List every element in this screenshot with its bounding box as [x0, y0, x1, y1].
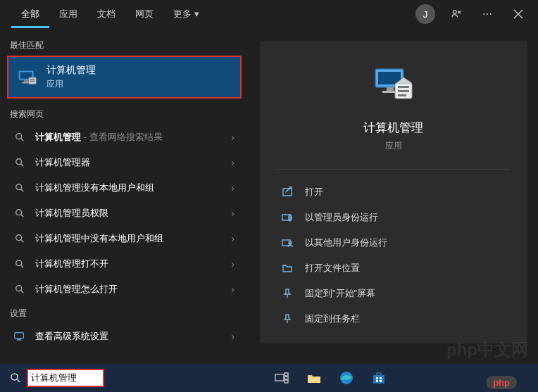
options-icon[interactable]: ⋯ [473, 0, 501, 28]
svg-point-8 [16, 134, 22, 139]
svg-rect-38 [376, 377, 378, 379]
action-open-location[interactable]: 打开文件位置 [277, 255, 510, 281]
tab-web[interactable]: 网页 [125, 1, 163, 28]
chevron-right-icon: › [231, 331, 234, 342]
svg-point-12 [16, 235, 22, 241]
action-label: 固定到"开始"屏幕 [305, 287, 375, 300]
svg-rect-32 [284, 373, 288, 376]
web-result-label: 计算机管理器 [35, 156, 221, 169]
folder-icon [281, 262, 294, 274]
chevron-right-icon: › [231, 284, 234, 295]
user-avatar[interactable]: J [415, 4, 435, 24]
action-run-other-user[interactable]: 以其他用户身份运行 [277, 230, 510, 255]
web-result-1[interactable]: 计算机管理器 › [7, 150, 242, 175]
close-icon[interactable] [504, 0, 532, 28]
web-result-6[interactable]: 计算机管理怎么打开 › [7, 277, 242, 302]
svg-rect-41 [380, 380, 382, 382]
tab-documents[interactable]: 文档 [87, 1, 125, 28]
preview-pane: 计算机管理 应用 打开 以管理员身份运行 以其他用户身份运行 [249, 28, 538, 364]
search-icon [14, 132, 25, 143]
best-match-subtitle: 应用 [46, 78, 96, 90]
best-match-title: 计算机管理 [46, 64, 96, 77]
svg-rect-39 [380, 377, 382, 379]
svg-point-11 [16, 210, 22, 215]
taskbar-app-edge[interactable] [331, 364, 362, 392]
web-result-0[interactable]: 计算机管理 - 查看网络搜索结果 › [7, 125, 242, 150]
svg-point-0 [453, 11, 456, 14]
watermark-badge: php [486, 376, 517, 389]
web-result-label: 计算机管理没有本地用户和组 [35, 182, 221, 194]
section-best-match: 最佳匹配 [7, 34, 242, 56]
tab-more[interactable]: 更多 ▾ [163, 1, 209, 28]
taskbar [0, 364, 538, 392]
svg-rect-7 [30, 80, 35, 81]
svg-rect-20 [387, 87, 394, 91]
chevron-right-icon: › [231, 233, 234, 244]
svg-rect-15 [15, 333, 23, 339]
action-label: 以其他用户身份运行 [305, 236, 387, 249]
taskbar-app-taskview[interactable] [266, 364, 297, 392]
watermark-text: php中文网 [446, 339, 528, 361]
tab-apps[interactable]: 应用 [49, 1, 87, 28]
svg-rect-16 [17, 339, 20, 340]
svg-rect-37 [373, 375, 384, 384]
svg-point-13 [16, 260, 22, 266]
preview-actions: 打开 以管理员身份运行 以其他用户身份运行 打开文件位置 固定到"开始"屏幕 [277, 170, 510, 331]
web-result-3[interactable]: 计算机管理员权限 › [7, 201, 242, 226]
svg-rect-31 [275, 374, 284, 381]
chevron-right-icon: › [231, 208, 234, 219]
web-result-5[interactable]: 计算机管理打不开 › [7, 251, 242, 277]
open-icon [281, 186, 294, 198]
web-result-label: 计算机管理打不开 [35, 258, 221, 270]
search-icon [14, 157, 25, 168]
computer-management-icon-large [371, 62, 416, 107]
taskbar-search-icon[interactable] [4, 364, 27, 392]
web-result-label: 计算机管理中没有本地用户和组 [35, 232, 221, 245]
action-pin-start[interactable]: 固定到"开始"屏幕 [277, 281, 510, 306]
user-run-icon [281, 236, 294, 249]
web-result-label: 计算机管理怎么打开 [35, 283, 221, 296]
action-label: 以管理员身份运行 [305, 211, 378, 224]
svg-rect-25 [398, 94, 406, 96]
search-icon [14, 233, 25, 244]
chevron-right-icon: › [231, 132, 234, 143]
preview-title: 计算机管理 [363, 120, 423, 136]
monitor-icon [14, 331, 25, 342]
tab-all[interactable]: 全部 [11, 1, 49, 28]
section-settings: 设置 [7, 302, 242, 324]
svg-rect-3 [24, 80, 28, 82]
header-bar: 全部 应用 文档 网页 更多 ▾ J ⋯ [0, 0, 538, 28]
feedback-icon[interactable] [442, 0, 470, 28]
chevron-right-icon: › [231, 157, 234, 168]
svg-point-14 [16, 286, 22, 291]
svg-rect-34 [284, 380, 288, 383]
search-icon [14, 284, 25, 295]
svg-point-30 [11, 374, 18, 380]
web-result-2[interactable]: 计算机管理没有本地用户和组 › [7, 175, 242, 201]
search-icon [14, 208, 25, 219]
svg-rect-33 [284, 377, 288, 379]
web-result-4[interactable]: 计算机管理中没有本地用户和组 › [7, 226, 242, 251]
web-result-label: 计算机管理 - 查看网络搜索结果 [35, 131, 221, 144]
computer-management-icon [17, 67, 38, 88]
action-pin-taskbar[interactable]: 固定到任务栏 [277, 306, 510, 331]
chevron-right-icon: › [231, 182, 234, 194]
settings-result-0[interactable]: 查看高级系统设置 › [7, 324, 242, 349]
svg-rect-6 [30, 78, 35, 79]
section-web-search: 搜索网页 [7, 103, 242, 125]
filter-tabs: 全部 应用 文档 网页 更多 ▾ [11, 1, 209, 28]
preview-subtitle: 应用 [385, 140, 402, 152]
svg-rect-24 [398, 90, 409, 92]
taskbar-app-store[interactable] [363, 364, 394, 392]
action-label: 固定到任务栏 [305, 312, 360, 325]
action-run-admin[interactable]: 以管理员身份运行 [277, 205, 510, 230]
taskbar-app-explorer[interactable] [299, 364, 330, 392]
svg-rect-17 [17, 340, 22, 341]
pin-icon [281, 287, 294, 300]
admin-shield-icon [281, 211, 294, 224]
taskbar-search-input[interactable] [27, 369, 104, 387]
chevron-right-icon: › [231, 258, 234, 270]
action-open[interactable]: 打开 [277, 179, 510, 205]
best-match-item[interactable]: 计算机管理 应用 [7, 56, 242, 99]
web-result-label: 计算机管理员权限 [35, 207, 221, 220]
